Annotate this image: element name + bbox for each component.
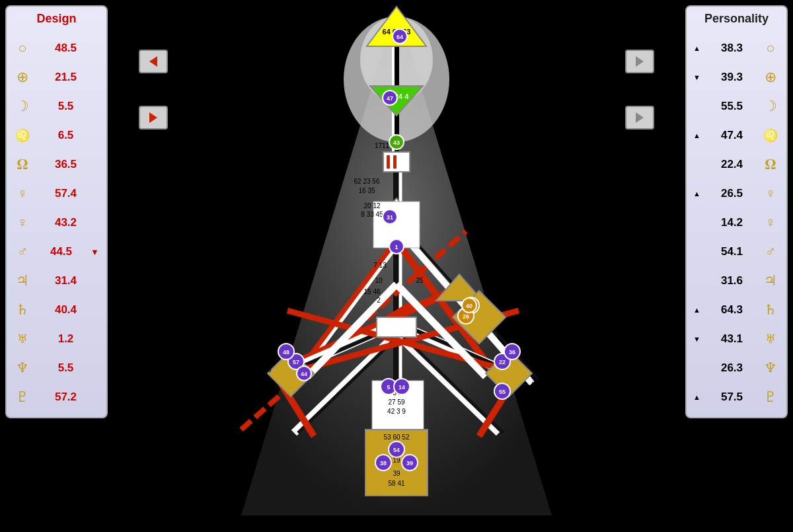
design-symbol-3: ♌ — [13, 128, 32, 143]
svg-text:44: 44 — [301, 371, 307, 377]
design-row-6: ♀ 43.2 — [9, 208, 104, 237]
personality-row-11: 26.3 ♆ — [689, 354, 784, 383]
design-row-5: ♀ 57.4 — [9, 179, 104, 208]
design-value-11: 5.5 — [32, 361, 100, 375]
svg-text:40: 40 — [466, 303, 472, 309]
svg-text:7  13: 7 13 — [373, 262, 387, 269]
design-symbol-1: ⊕ — [13, 69, 32, 86]
design-symbol-10: ♅ — [13, 332, 32, 346]
design-value-9: 40.4 — [32, 303, 100, 317]
svg-text:37: 37 — [521, 341, 529, 348]
personality-value-9: 64.3 — [702, 303, 761, 317]
personality-arrow-5: ▲ — [693, 190, 702, 198]
svg-text:50: 50 — [264, 341, 272, 348]
svg-text:10: 10 — [375, 277, 383, 284]
design-symbol-2: ☽ — [13, 98, 32, 115]
svg-rect-43 — [377, 317, 416, 337]
svg-marker-119 — [636, 112, 644, 123]
svg-text:27  59: 27 59 — [388, 399, 404, 406]
svg-text:14: 14 — [398, 384, 405, 391]
design-symbol-4: 𝛀 — [13, 156, 32, 173]
svg-marker-116 — [149, 56, 157, 67]
design-title: Design — [9, 12, 104, 28]
svg-text:64: 64 — [397, 34, 403, 40]
personality-value-12: 57.5 — [702, 391, 761, 404]
personality-row-7: 54.1 ♂ — [689, 237, 784, 266]
personality-symbol-10: ♅ — [761, 332, 780, 346]
personality-value-3: 47.4 — [702, 129, 761, 142]
personality-arrow-3: ▲ — [693, 132, 702, 139]
personality-panel: Personality ▲ 38.3 ○ ▼ 39.3 ⊕ 55.5 ☽ ▲ 4… — [685, 5, 788, 418]
svg-text:8 33 45: 8 33 45 — [361, 211, 383, 218]
svg-text:16   35: 16 35 — [358, 187, 375, 194]
svg-text:47: 47 — [387, 95, 393, 102]
design-panel: Design ○ 48.5 ⊕ 21.5 ☽ 5.5 ♌ 6.5 𝛀 36.5 … — [5, 5, 108, 418]
right-bottom-nav[interactable] — [625, 106, 654, 130]
body-diagram: 64 61 63 47 24 4 1711 62 23 56 16 35 20 … — [109, 0, 684, 532]
personality-arrow-10: ▼ — [693, 335, 702, 343]
personality-row-1: ▼ 39.3 ⊕ — [689, 63, 784, 92]
personality-value-10: 43.1 — [702, 332, 761, 346]
personality-symbol-12: ♇ — [761, 389, 780, 406]
personality-title: Personality — [689, 12, 784, 28]
left-bottom-nav[interactable] — [139, 106, 168, 130]
personality-value-11: 26.3 — [702, 361, 761, 375]
personality-value-5: 26.5 — [702, 187, 761, 200]
personality-symbol-11: ♆ — [761, 360, 780, 377]
design-row-8: ♃ 31.4 — [9, 266, 104, 295]
svg-text:53 60 52: 53 60 52 — [384, 434, 410, 441]
svg-rect-39 — [393, 155, 397, 169]
right-top-nav[interactable] — [625, 50, 654, 73]
personality-row-9: ▲ 64.3 ♄ — [689, 295, 784, 324]
svg-text:32: 32 — [264, 350, 272, 357]
svg-text:25: 25 — [416, 277, 424, 284]
left-top-nav[interactable] — [139, 50, 168, 73]
design-value-10: 1.2 — [32, 332, 100, 346]
personality-symbol-4: 𝛀 — [761, 156, 780, 173]
design-row-7: ♂ 44.5 ▼ — [9, 237, 104, 266]
personality-symbol-0: ○ — [761, 40, 780, 57]
design-symbol-9: ♄ — [13, 301, 32, 319]
svg-text:54: 54 — [393, 447, 400, 453]
svg-text:48: 48 — [283, 349, 289, 356]
design-row-3: ♌ 6.5 — [9, 121, 104, 150]
personality-symbol-1: ⊕ — [761, 69, 780, 86]
personality-row-6: 14.2 ♀ — [689, 208, 784, 237]
svg-text:62 23 56: 62 23 56 — [354, 178, 380, 185]
design-row-2: ☽ 5.5 — [9, 92, 104, 121]
design-symbol-11: ♆ — [13, 360, 32, 377]
personality-symbol-8: ♃ — [761, 272, 780, 289]
design-value-2: 5.5 — [32, 100, 100, 113]
svg-text:15 46: 15 46 — [363, 288, 380, 295]
personality-symbol-9: ♄ — [761, 301, 780, 319]
personality-value-4: 22.4 — [702, 158, 761, 171]
design-row-12: ♇ 57.2 — [9, 383, 104, 412]
personality-arrow-0: ▲ — [693, 44, 702, 52]
personality-symbol-3: ♌ — [761, 128, 780, 143]
svg-text:43: 43 — [393, 139, 400, 146]
design-value-1: 21.5 — [32, 71, 100, 84]
svg-marker-117 — [149, 112, 157, 123]
personality-row-10: ▼ 43.1 ♅ — [689, 324, 784, 354]
design-symbol-6: ♀ — [13, 214, 32, 231]
svg-text:2: 2 — [377, 297, 381, 304]
svg-text:49: 49 — [531, 366, 539, 373]
svg-marker-118 — [636, 56, 644, 67]
svg-text:6: 6 — [533, 350, 537, 357]
svg-text:39: 39 — [393, 470, 400, 477]
design-row-11: ♆ 5.5 — [9, 354, 104, 383]
design-value-3: 6.5 — [32, 129, 100, 142]
personality-value-7: 54.1 — [702, 245, 761, 258]
personality-value-8: 31.6 — [702, 274, 761, 287]
personality-value-0: 38.3 — [702, 42, 761, 55]
svg-text:55: 55 — [499, 389, 506, 395]
svg-text:5: 5 — [387, 384, 390, 391]
personality-row-12: ▲ 57.5 ♇ — [689, 383, 784, 412]
svg-text:58   41: 58 41 — [388, 480, 404, 487]
svg-text:36: 36 — [509, 349, 515, 356]
personality-row-0: ▲ 38.3 ○ — [689, 34, 784, 63]
svg-text:28: 28 — [264, 358, 272, 365]
svg-text:18: 18 — [264, 366, 272, 373]
design-symbol-12: ♇ — [13, 389, 32, 406]
design-value-12: 57.2 — [32, 391, 100, 404]
